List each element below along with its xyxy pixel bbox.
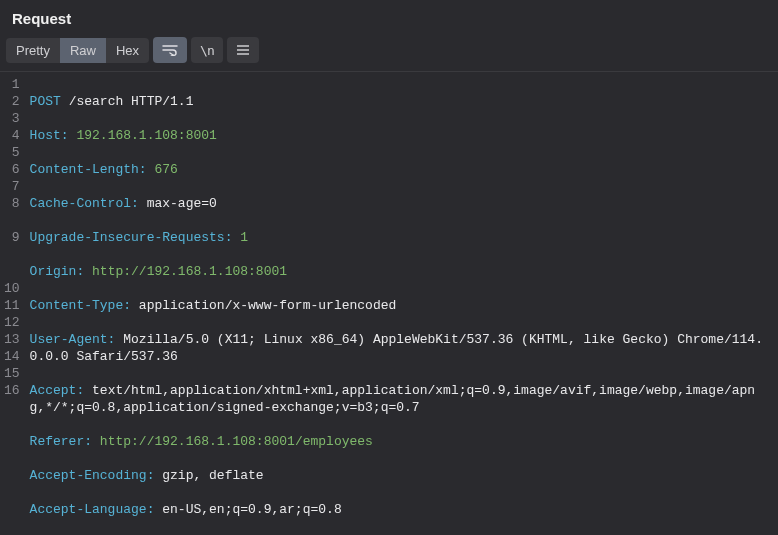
header-key: Accept-Encoding:: [30, 468, 155, 483]
line-number: 13: [4, 331, 20, 348]
header-value: http://192.168.1.108:8001: [92, 264, 287, 279]
header-key: Origin:: [30, 264, 85, 279]
panel-title: Request: [0, 0, 778, 33]
header-value: en-US,en;q=0.9,ar;q=0.8: [162, 502, 341, 517]
wrap-lines-icon[interactable]: [153, 37, 187, 63]
header-key: Referer:: [30, 434, 92, 449]
more-menu-icon[interactable]: [227, 37, 259, 63]
header-key: Cache-Control:: [30, 196, 139, 211]
line-number: 16: [4, 382, 20, 399]
line-number: 7: [4, 178, 20, 195]
line-number: 15: [4, 365, 20, 382]
show-nonprintable-icon[interactable]: \n: [191, 37, 223, 63]
header-key: User-Agent:: [30, 332, 116, 347]
line-number: 2: [4, 93, 20, 110]
header-key: Host:: [30, 128, 69, 143]
header-key: Upgrade-Insecure-Requests:: [30, 230, 233, 245]
line-gutter: 1 2 3 4 5 6 7 8 9 10 11 12 13 14 15 16: [0, 72, 26, 535]
line-number: 6: [4, 161, 20, 178]
view-mode-segment: Pretty Raw Hex: [6, 38, 149, 63]
line-number: 12: [4, 314, 20, 331]
code-area[interactable]: POST /search HTTP/1.1 Host: 192.168.1.10…: [26, 72, 774, 535]
line-number: 11: [4, 297, 20, 314]
header-value: 1: [240, 230, 248, 245]
header-key: Content-Length:: [30, 162, 147, 177]
header-key: Accept-Language:: [30, 502, 155, 517]
header-key: Content-Type:: [30, 298, 131, 313]
http-path: /search: [69, 94, 124, 109]
line-number: 10: [4, 280, 20, 297]
line-number: 3: [4, 110, 20, 127]
tab-hex[interactable]: Hex: [106, 38, 149, 63]
header-value: gzip, deflate: [162, 468, 263, 483]
header-value: 192.168.1.108:8001: [76, 128, 216, 143]
header-value: application/x-www-form-urlencoded: [139, 298, 396, 313]
line-number: 1: [4, 76, 20, 93]
view-toolbar: Pretty Raw Hex \n: [0, 33, 778, 71]
header-value: text/html,application/xhtml+xml,applicat…: [30, 383, 756, 415]
tab-pretty[interactable]: Pretty: [6, 38, 60, 63]
line-number: 8: [4, 195, 20, 212]
header-value: Mozilla/5.0 (X11; Linux x86_64) AppleWeb…: [30, 332, 763, 364]
http-method: POST: [30, 94, 61, 109]
header-value: http://192.168.1.108:8001/employees: [100, 434, 373, 449]
header-key: Accept:: [30, 383, 85, 398]
request-editor[interactable]: 1 2 3 4 5 6 7 8 9 10 11 12 13 14 15 16 P…: [0, 71, 778, 535]
tab-raw[interactable]: Raw: [60, 38, 106, 63]
line-number: 14: [4, 348, 20, 365]
line-number: 9: [4, 229, 20, 246]
line-number: 4: [4, 127, 20, 144]
header-value: 676: [154, 162, 177, 177]
line-number: 5: [4, 144, 20, 161]
header-value: max-age=0: [147, 196, 217, 211]
http-protocol: HTTP/1.1: [131, 94, 193, 109]
